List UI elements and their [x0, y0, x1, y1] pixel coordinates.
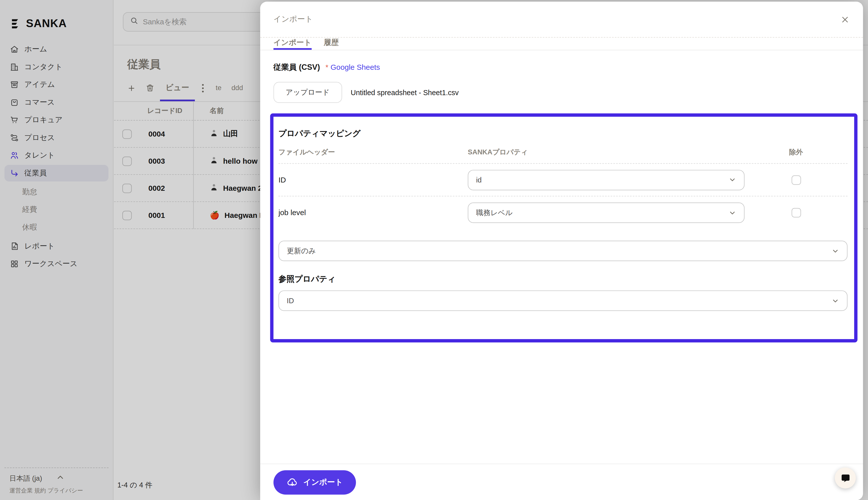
exclude-checkbox[interactable] [791, 175, 801, 184]
mapping-row-id: ID id [279, 164, 848, 196]
chevron-down-icon [832, 247, 839, 255]
mapping-row-job-level: job level 職務レベル [279, 196, 848, 229]
select-value: id [476, 176, 482, 184]
google-sheets-link[interactable]: Google Sheets [331, 63, 380, 71]
chat-bubble-icon [840, 473, 851, 483]
sanka-property-select[interactable]: 職務レベル [468, 203, 744, 223]
drawer-title: インポート [274, 14, 313, 24]
tab-history[interactable]: 履歴 [324, 38, 339, 50]
upload-button[interactable]: アップロード [274, 82, 342, 103]
tab-import[interactable]: インポート [274, 38, 312, 50]
exclude-checkbox[interactable] [791, 208, 801, 217]
file-header-label: job level [279, 208, 468, 217]
screen: SANKA ホーム コンタクト アイテム コマース [0, 0, 868, 500]
mapping-header-row: ファイルヘッダー SANKAプロパティ 除外 [279, 148, 848, 164]
uploaded-file-name: Untitled spreadsheet - Sheet1.csv [350, 88, 459, 96]
csv-source-row: 従業員 (CSV) * Google Sheets [274, 62, 854, 72]
chevron-down-icon [728, 176, 736, 184]
property-mapping-box: プロパティマッピング ファイルヘッダー SANKAプロパティ 除外 ID id … [270, 113, 858, 342]
import-mode-select[interactable]: 更新のみ [279, 241, 848, 261]
select-value: ID [287, 296, 294, 305]
reference-property-heading: 参照プロパティ [279, 274, 848, 284]
column-header-file-header: ファイルヘッダー [279, 148, 468, 157]
chevron-down-icon [832, 297, 839, 305]
drawer-body: 従業員 (CSV) * Google Sheets アップロード Untitle… [260, 50, 863, 464]
drawer-footer: インポート [260, 464, 863, 500]
select-value: 更新のみ [287, 246, 316, 256]
import-drawer: インポート インポート 履歴 従業員 (CSV) * Google Sheets… [260, 2, 863, 500]
chevron-down-icon [728, 209, 736, 217]
import-button-label: インポート [303, 477, 343, 487]
tab-import-label: インポート [274, 38, 312, 46]
drawer-header: インポート [260, 2, 863, 38]
drawer-tabs: インポート 履歴 [260, 38, 863, 50]
close-icon[interactable] [838, 13, 851, 25]
tab-history-label: 履歴 [324, 38, 339, 46]
sanka-property-select[interactable]: id [468, 170, 744, 190]
upload-row: アップロード Untitled spreadsheet - Sheet1.csv [274, 82, 854, 103]
active-tab-underline [274, 48, 312, 50]
column-header-sanka-property: SANKAプロパティ [468, 148, 744, 157]
csv-label: 従業員 (CSV) [274, 62, 320, 72]
chat-support-button[interactable] [835, 467, 856, 488]
import-button[interactable]: インポート [274, 470, 356, 494]
cloud-download-icon [287, 477, 298, 488]
reference-property-select[interactable]: ID [279, 291, 848, 311]
column-header-exclude: 除外 [744, 148, 847, 157]
select-value: 職務レベル [476, 208, 513, 218]
mapping-heading: プロパティマッピング [279, 128, 848, 139]
required-asterisk: * [325, 63, 328, 71]
file-header-label: ID [279, 176, 468, 184]
